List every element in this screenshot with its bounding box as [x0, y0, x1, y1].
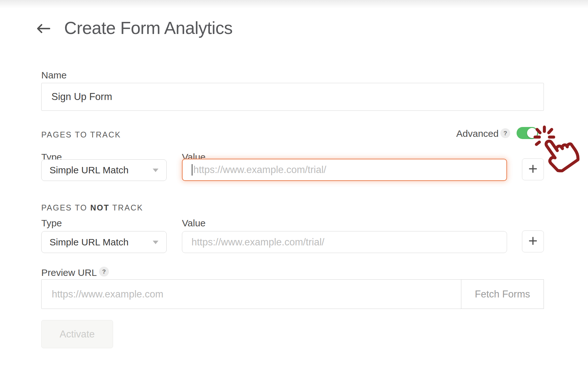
advanced-toggle[interactable]: [517, 127, 538, 139]
not-track-type-selected: Simple URL Match: [42, 237, 129, 248]
text-caret: [192, 164, 192, 176]
not-track-type-label: Type: [41, 218, 62, 229]
pages-to-track-heading: PAGES TO TRACK: [41, 130, 121, 139]
not-track-type-dropdown[interactable]: Simple URL Match: [41, 231, 167, 253]
chevron-down-icon: [153, 241, 158, 244]
preview-url-input[interactable]: [41, 279, 461, 309]
preview-url-label: Preview URL: [41, 267, 97, 278]
name-input[interactable]: [41, 83, 544, 111]
chevron-down-icon: [153, 169, 158, 172]
back-arrow-icon[interactable]: [36, 22, 51, 36]
not-track-value-label: Value: [182, 218, 206, 229]
track-add-button[interactable]: +: [522, 158, 544, 180]
advanced-help-icon[interactable]: ?: [500, 128, 510, 138]
toggle-knob: [527, 128, 537, 138]
fetch-forms-button[interactable]: Fetch Forms: [461, 279, 544, 309]
not-track-value-input[interactable]: [182, 231, 507, 253]
pages-to-not-track-heading: PAGES TO NOT TRACK: [41, 203, 143, 212]
track-value-input[interactable]: [182, 159, 507, 181]
track-type-selected: Simple URL Match: [42, 165, 129, 176]
activate-button[interactable]: Activate: [41, 320, 113, 348]
not-track-add-button[interactable]: +: [522, 230, 544, 252]
name-label: Name: [41, 70, 67, 81]
track-type-dropdown[interactable]: Simple URL Match: [41, 159, 167, 181]
top-gradient: [0, 0, 588, 8]
advanced-label: Advanced: [456, 128, 498, 139]
heading-prefix: PAGES TO: [41, 203, 90, 212]
page-title: Create Form Analytics: [64, 18, 233, 37]
preview-help-icon[interactable]: ?: [99, 267, 109, 277]
heading-suffix: TRACK: [110, 203, 143, 212]
heading-emphasis: NOT: [90, 203, 110, 212]
